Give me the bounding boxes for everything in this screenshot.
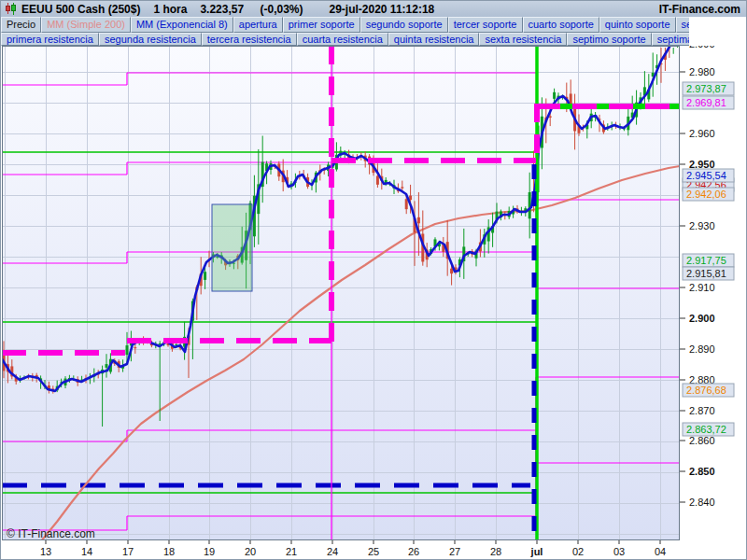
instrument-title: EEUU 500 Cash (250$)	[21, 3, 140, 16]
toolbar-button-sexto-soporte[interactable]: sexto soporte	[676, 17, 689, 33]
time-tick-label: 13	[40, 546, 51, 557]
time-tick-label: 21	[286, 546, 297, 557]
price-level-badge: 2.942,06	[683, 188, 734, 201]
toolbar-button-quinta-resistencia[interactable]: quinta resistencia	[388, 33, 480, 46]
toolbar-button-tercera-resistencia[interactable]: tercera resistencia	[202, 33, 297, 46]
price-tick-label: 2.930	[689, 220, 715, 231]
time-tick-label: 27	[449, 546, 460, 557]
brand-logo: IT-Finance.com	[659, 3, 740, 16]
time-tick-label: jul	[530, 546, 543, 557]
price-tick-label: 2.980	[689, 66, 715, 77]
toolbar-button-primera-resistencia[interactable]: primera resistencia	[1, 33, 99, 46]
svg-text:2.876,68: 2.876,68	[686, 385, 726, 396]
zoom-selection-box[interactable]	[212, 204, 252, 291]
price-tick-label: 2.900	[689, 313, 715, 324]
toolbar-button-primer-soporte[interactable]: primer soporte	[283, 17, 360, 33]
time-tick-label: 02	[572, 546, 584, 557]
timestamp: 29-jul-2020 11:12:18	[330, 3, 435, 16]
toolbar-button-cuarto-soporte[interactable]: cuarto soporte	[523, 17, 599, 33]
price-level-badge: 2.915,81	[683, 267, 734, 280]
time-tick-label: 18	[163, 546, 175, 557]
toolbar-button-apertura[interactable]: apertura	[233, 17, 283, 33]
time-tick-label: 24	[327, 546, 338, 557]
candlestick-icon	[5, 3, 17, 15]
time-tick-label: 25	[368, 546, 379, 557]
price-tick-label: 2.860	[689, 435, 715, 446]
price-tick-label: 2.990	[689, 46, 715, 49]
price-tick-label: 2.850	[689, 466, 715, 477]
time-tick-label: 26	[408, 546, 419, 557]
toolbar-button-segundo-soporte[interactable]: segundo soporte	[360, 17, 448, 33]
svg-text:2.915,81: 2.915,81	[686, 268, 726, 279]
toolbar-button-quinto-soporte[interactable]: quinto soporte	[599, 17, 676, 33]
price-tick-label: 2.840	[689, 497, 715, 508]
time-tick-label: 19	[204, 546, 215, 557]
time-tick-label: 17	[122, 546, 134, 557]
svg-text:2.969,81: 2.969,81	[686, 97, 726, 108]
indicator-toolbar-row-1: PrecioMM (Simple 200)MM (Exponencial 8)a…	[1, 17, 689, 33]
time-tick-label: 20	[245, 546, 256, 557]
svg-text:2.942,06: 2.942,06	[686, 189, 726, 200]
toolbar-button-mm-exponencial-8-[interactable]: MM (Exponencial 8)	[131, 17, 233, 33]
toolbar-button-sexta-resistencia[interactable]: sexta resistencia	[479, 33, 567, 46]
toolbar-button-cuarta-resistencia[interactable]: cuarta resistencia	[297, 33, 388, 46]
price-level-badge: 2.917,75	[683, 254, 734, 267]
price-level-badge: 2.973,87	[683, 82, 734, 95]
indicator-toolbar-row-2: primera resistenciasegunda resistenciate…	[1, 33, 689, 46]
price-level-badge: 2.945,54	[683, 169, 734, 182]
toolbar-button-tercer-soporte[interactable]: tercer soporte	[448, 17, 523, 33]
toolbar-button-septimo-soporte[interactable]: septimo soporte	[567, 33, 651, 46]
title-bar: EEUU 500 Cash (250$) 1 hora 3.223,57 (-0…	[1, 1, 746, 17]
price-level-badge: 2.863,72	[683, 423, 734, 436]
svg-text:2.973,87: 2.973,87	[686, 83, 726, 94]
price-level-badge: 2.969,81	[683, 96, 734, 109]
price-tick-label: 2.870	[689, 405, 715, 416]
time-tick-label: 03	[613, 546, 625, 557]
time-tick-label: 04	[655, 546, 666, 557]
svg-text:2.945,54: 2.945,54	[686, 170, 726, 181]
price-tick-label: 2.890	[689, 343, 715, 355]
toolbar-button-mm-simple-200-[interactable]: MM (Simple 200)	[41, 17, 131, 33]
toolbar-button-segunda-resistencia[interactable]: segunda resistencia	[99, 33, 202, 46]
price-tick-label: 2.960	[689, 128, 715, 139]
price-change: (-0,03%)	[260, 3, 303, 16]
timeframe-label: 1 hora	[153, 3, 187, 16]
last-price: 3.223,57 (-0,03%)	[200, 3, 316, 16]
trading-app-window: EEUU 500 Cash (250$) 1 hora 3.223,57 (-0…	[0, 0, 747, 560]
price-level-badge: 2.876,68	[683, 384, 734, 397]
toolbar-button-septima-resister[interactable]: septima resister	[652, 33, 689, 46]
svg-text:2.917,75: 2.917,75	[686, 255, 726, 266]
watermark: © IT-Finance.com	[7, 527, 95, 540]
time-tick-label: 28	[490, 546, 501, 557]
price-tick-label: 2.950	[689, 159, 715, 170]
time-tick-label: 14	[81, 546, 92, 557]
toolbar-button-precio[interactable]: Precio	[1, 17, 41, 33]
price-chart[interactable]: 2.9902.9802.9602.9502.9302.9102.9002.890…	[1, 46, 747, 560]
price-tick-label: 2.910	[689, 282, 715, 293]
toolbar-area: PrecioMM (Simple 200)MM (Exponencial 8)a…	[1, 17, 747, 46]
svg-text:2.863,72: 2.863,72	[686, 424, 726, 435]
